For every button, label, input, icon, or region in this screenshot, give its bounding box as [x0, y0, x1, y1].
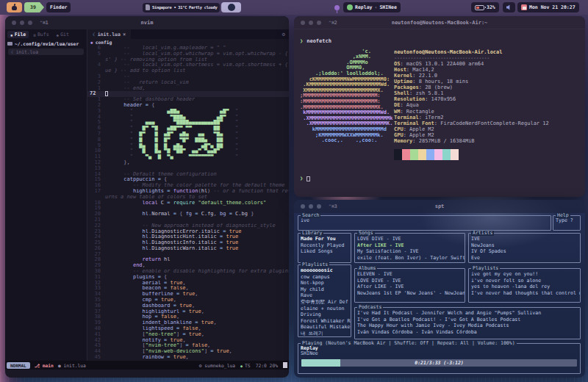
list-item[interactable]: The Happy Hour with Jamie Ivey - Ivey Me… [355, 322, 580, 329]
list-item[interactable]: yes to heaven -lana del rey [469, 284, 580, 290]
now-playing-box[interactable]: Playing (Neuton's MacBook Air | Shuffle:… [298, 343, 581, 374]
close-button[interactable] [12, 21, 16, 25]
library-box[interactable]: LibraryMade For YouRecently PlayedLiked … [298, 233, 351, 263]
terminal-content[interactable]: ❯neofetch 'c. ,xNMM. .OMMMMo OMMM0, .;lo… [294, 29, 585, 182]
info-line: Memory: 2857MiB / 16384MiB [394, 138, 579, 144]
songs-label: Songs [357, 231, 375, 236]
buffer-tab-initlua[interactable]: ☾ init.lua × [87, 29, 131, 39]
zoom-button[interactable] [28, 21, 32, 25]
list-item[interactable]: I've Got a Beatles Podcast! - I've Got A… [355, 317, 580, 323]
playlists-box[interactable]: Playlistsmooooooosiccow campusNot-kpopMy… [298, 264, 351, 337]
list-item[interactable]: Beautiful Mistakes [298, 324, 351, 331]
line-number: 45 [87, 355, 105, 361]
list-item[interactable]: Forest Whitaker Ra [298, 318, 351, 325]
neotree-file-initlua[interactable]: ☾init.lua [8, 48, 84, 55]
zoom-button[interactable] [317, 21, 321, 25]
weather-widget[interactable]: Singapore • 31°C Partly cloudy [143, 3, 220, 12]
active-app-name[interactable]: Finder [46, 2, 71, 12]
progress-bar[interactable]: 0:21/3:33 (-3:12) [301, 359, 577, 367]
code-line: 8 " █ █ █▀ ▀█▀ ███▄ ██ " [87, 137, 289, 143]
list-item[interactable]: I've never had thoughts that control me [469, 290, 580, 297]
window-title: spt [294, 203, 585, 209]
list-item[interactable]: LOVE DIVE - IVE [355, 278, 465, 284]
list-item[interactable]: I've Had It Podcast - Jennifer Welch and… [355, 310, 580, 317]
zoom-button[interactable] [317, 204, 321, 209]
tree-tab-file[interactable]: ▪File [7, 31, 29, 38]
search-box[interactable]: Search ive [298, 215, 551, 231]
code-text: ["nvim-web-devicons"] = true, [105, 349, 289, 355]
traffic-lights[interactable] [301, 21, 321, 25]
close-button[interactable] [301, 21, 305, 25]
help-box[interactable]: Help Type ? [553, 215, 581, 231]
nvim-titlebar[interactable]: ⌃⌘1 nvim [5, 16, 289, 29]
window-shortcut: ⌃⌘3 [329, 203, 337, 209]
list-item[interactable]: Iván Vindas Córdoba - Iván Vindas Córdob… [355, 329, 580, 336]
minimize-button[interactable] [309, 204, 313, 209]
apple-menu-button[interactable] [7, 2, 22, 12]
code-line: 5 " ▄▄▄ ▀████▄▄▄▄▄▄▄▄██▀ " [87, 120, 289, 126]
spt-titlebar[interactable]: ⌃⌘3 spt [294, 200, 585, 213]
focus-toggle[interactable] [221, 2, 241, 12]
now-playing-widget[interactable]: Replay ‹ SHINee [343, 2, 401, 12]
palette-swatch [451, 155, 459, 161]
clock-widget[interactable]: Mon Nov 21 20:27 [517, 2, 579, 12]
list-item[interactable]: ive got my eye on you!! [469, 271, 580, 278]
songs-box[interactable]: SongsLOVE DIVE - IVEAfter LIKE - IVEMy S… [354, 233, 465, 263]
list-item[interactable]: mooooooosic [298, 267, 351, 274]
list-item[interactable]: After LIKE - IVE [355, 284, 465, 290]
tree-tab-git[interactable]: ◆Git [54, 31, 72, 38]
menu-bar: 39 Finder Singapore • 31°C Partly cloudy… [0, 0, 588, 15]
list-item[interactable]: IVE [469, 236, 580, 242]
list-item[interactable]: 空中青別墅 Air Def [298, 299, 351, 306]
code-buffer[interactable]: 6 -- local_vim.g.mapleader = " "5 -- loc… [87, 46, 289, 361]
list-item[interactable]: exile (feat. Bon Iver) - Taylor Swift, [355, 255, 465, 262]
list-item[interactable]: Rave [298, 292, 351, 299]
tab-close-icon[interactable]: × [123, 32, 126, 37]
minimize-button[interactable] [20, 21, 24, 25]
neotree-root-path[interactable]: ~/.config/nvim/lua/user [5, 40, 87, 48]
pin-widget[interactable] [331, 2, 342, 12]
list-item[interactable]: Eve [469, 255, 580, 262]
search-input[interactable]: ive [298, 216, 551, 225]
tree-tab-bufs[interactable]: ≡Bufs [30, 31, 51, 38]
list-item[interactable]: NewJeans [469, 242, 580, 249]
neotree-tabs: ▪File≡Bufs◆Git [5, 29, 87, 40]
playlists-results-box[interactable]: Playlistsive got my eye on you!!i've nev… [468, 268, 581, 303]
minimize-button[interactable] [309, 21, 313, 25]
list-item[interactable]: Driving [298, 311, 351, 318]
list-item[interactable]: Liked Songs [298, 248, 351, 255]
list-item[interactable]: Recently Played [298, 242, 351, 249]
list-item[interactable]: cow campus [298, 274, 351, 281]
list-item[interactable]: After LIKE - IVE [355, 242, 465, 249]
list-item[interactable]: Not-kpop [298, 280, 351, 286]
artists-box[interactable]: ArtistsIVENewJeansIV Of SpadesEve [468, 233, 581, 263]
list-item[interactable]: ELEVEN - IVE [355, 271, 465, 278]
list-item[interactable]: i've never felt so alone [469, 278, 580, 284]
info-line: GPU: Apple M2 [394, 132, 579, 138]
volume-widget[interactable] [503, 2, 515, 12]
space-indicator[interactable]: 39 [24, 2, 44, 12]
list-item[interactable]: My child [298, 286, 351, 293]
list-item[interactable]: IV Of Spades [469, 248, 580, 255]
code-line: 3 -- [87, 74, 289, 80]
albums-box[interactable]: AlbumsELEVEN - IVELOVE DIVE - IVEAfter L… [354, 268, 465, 303]
code-line: 25 hl.DiagnosticInfo.italic = true [87, 240, 289, 246]
list-item[interactable]: LOVE DIVE - IVE [355, 236, 465, 242]
traffic-lights[interactable] [12, 21, 32, 25]
tabbar-gear-icon[interactable]: ⚙ [282, 32, 289, 37]
list-item[interactable]: NewJeans 1st EP 'New Jeans' - NewJeans [355, 290, 465, 297]
list-item[interactable]: elaine + neuton [298, 306, 351, 312]
line-number: 2 [87, 80, 105, 86]
code-text: hop = false, [105, 314, 289, 320]
list-item[interactable]: Made For You [298, 236, 351, 242]
list-item[interactable]: 내 쓰레기 [298, 331, 351, 337]
list-item[interactable]: My Satisfaction - IVE [355, 248, 465, 255]
podcasts-box[interactable]: PodcastsI've Had It Podcast - Jennifer W… [354, 307, 581, 339]
terminal-titlebar[interactable]: ⌃⌘2 neutonfoo@Neutons-MacBook-Air:~ [294, 16, 585, 29]
palette-swatch [426, 149, 434, 155]
code-text: -- Default theme configuration [105, 172, 289, 178]
code-text: hl.DiagnosticWarn.italic = true [105, 246, 289, 252]
battery-widget[interactable]: 32% [471, 2, 499, 12]
traffic-lights[interactable] [301, 204, 321, 209]
close-button[interactable] [301, 204, 305, 209]
